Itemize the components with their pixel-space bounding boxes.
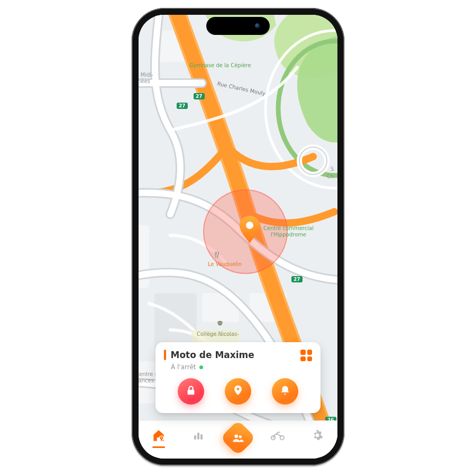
dynamic-island [206, 17, 270, 35]
svg-rect-15 [187, 390, 194, 395]
phone-bezel: Gymnase de la Cépière Centre commercial … [133, 10, 343, 464]
screen: Gymnase de la Cépière Centre commercial … [139, 15, 337, 459]
svg-point-23 [239, 435, 242, 438]
phone-frame: Gymnase de la Cépière Centre commercial … [132, 8, 344, 465]
road-shield-2: 27 [194, 93, 205, 99]
lock-button[interactable] [178, 378, 204, 405]
poi-s: S [331, 166, 334, 172]
status-dot [199, 365, 203, 369]
nav-stats[interactable] [186, 426, 211, 450]
locate-icon [232, 385, 244, 398]
poi-centre-commercial-1: Centre commercial [263, 225, 314, 231]
svg-rect-19 [194, 435, 196, 440]
poi-centre-commercial-2: l'Hippodrome [271, 232, 306, 237]
gear-icon [311, 429, 324, 444]
poi-ch: Ch [327, 173, 334, 179]
location-pin [237, 215, 262, 244]
stats-icon [192, 429, 205, 444]
group-icon [231, 431, 245, 445]
bell-button[interactable] [272, 378, 298, 405]
bottom-nav [139, 420, 337, 459]
nav-moto[interactable] [265, 426, 290, 450]
motorcycle-icon [270, 429, 286, 444]
poi-centre-alliances-1: Centre s [139, 371, 158, 377]
svg-rect-20 [197, 433, 199, 440]
svg-point-14 [246, 222, 253, 229]
bell-icon [279, 385, 291, 398]
vehicle-card: Moto de Maxime À l'arrêt [155, 342, 321, 413]
svg-point-25 [280, 435, 285, 440]
status-label: À l'arrêt [171, 363, 196, 371]
card-title: Moto de Maxime [171, 350, 254, 360]
card-status: À l'arrêt [171, 363, 312, 371]
poi-midi-2: nées [139, 78, 150, 84]
nav-group[interactable] [220, 420, 256, 456]
poi-college: Collège Nicolas- [197, 331, 239, 337]
school-icon [216, 319, 224, 328]
locate-button[interactable] [225, 378, 251, 405]
svg-point-16 [237, 388, 240, 390]
nav-home[interactable] [146, 426, 171, 450]
road-shield-1: 27 [177, 103, 188, 109]
svg-point-18 [161, 437, 162, 438]
title-accent [164, 350, 166, 360]
svg-point-22 [234, 435, 238, 438]
poi-midi-1: 3 Midi- [139, 72, 153, 78]
home-pin-icon [152, 428, 166, 444]
svg-rect-21 [200, 434, 203, 440]
restaurant-icon [213, 251, 221, 259]
lock-icon [185, 385, 197, 398]
svg-point-12 [219, 323, 219, 323]
poi-gymnase: Gymnase de la Cépière [189, 62, 251, 68]
svg-point-13 [221, 323, 221, 323]
nav-settings[interactable] [305, 426, 330, 450]
grid-menu-button[interactable] [300, 350, 312, 361]
road-shield-3: 27 [291, 276, 303, 282]
poi-vauquelin: Le Vauquelin [208, 261, 242, 267]
